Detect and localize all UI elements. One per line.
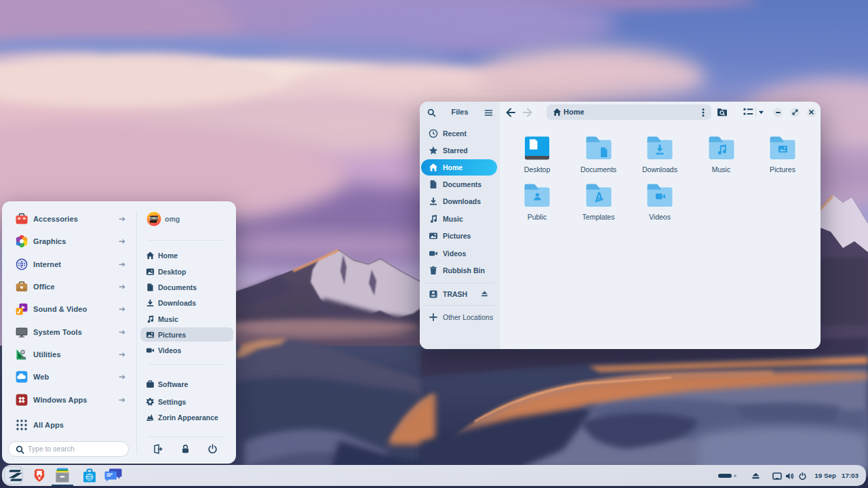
svg-text:OMG: OMG xyxy=(150,216,159,220)
